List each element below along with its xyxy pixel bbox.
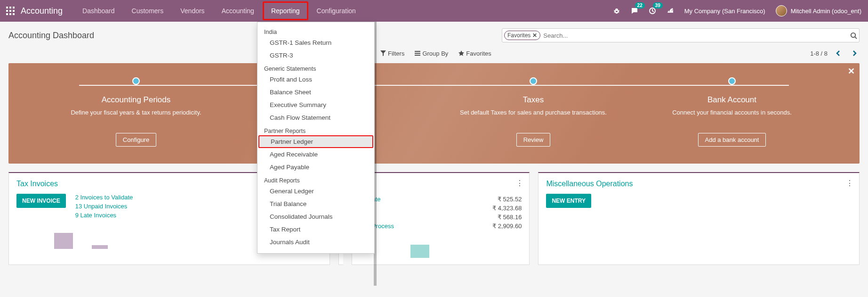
card-vendor-bills: ⋮ o Validate₹ 525.52 o Pay₹ 4,323.68 Bil… — [352, 172, 530, 265]
new-invoice-button[interactable]: NEW INVOICE — [16, 194, 66, 208]
search-input[interactable] — [543, 32, 850, 39]
control-bar-left: Filters Group By Favorites — [380, 50, 491, 57]
step-taxes: Taxes Set default Taxes for sales and pu… — [434, 77, 633, 147]
dd-aged-receivable[interactable]: Aged Receivable — [257, 148, 374, 161]
activities-badge: 39 — [653, 2, 663, 8]
group-by-label: Group By — [422, 50, 448, 57]
search-tag-favorites[interactable]: Favorites ✕ — [504, 31, 540, 40]
link-late-invoices[interactable]: 9 Late Invoices — [75, 212, 116, 219]
card-menu-icon[interactable]: ⋮ — [846, 179, 853, 188]
amount: ₹ 4,323.68 — [492, 205, 522, 212]
control-bar: Filters Group By Favorites 1-8 / 8 — [0, 46, 868, 63]
svg-rect-1 — [9, 7, 11, 8]
svg-rect-0 — [6, 7, 8, 8]
dd-consolidated-journals[interactable]: Consolidated Journals — [257, 210, 374, 223]
dd-trial-balance[interactable]: Trial Balance — [257, 198, 374, 210]
amount: ₹ 568.16 — [498, 214, 522, 221]
nav-reporting[interactable]: Reporting — [263, 1, 308, 20]
dd-balance-sheet[interactable]: Balance Sheet — [257, 86, 374, 99]
nav-right: 22 39 My Company (San Francisco) Mitchel… — [610, 4, 864, 17]
table-row: ses to Process₹ 2,909.60 — [354, 223, 522, 230]
dd-executive-summary[interactable]: Executive Summary — [257, 99, 374, 111]
dd-general-ledger[interactable]: General Ledger — [257, 185, 374, 198]
step-title: Bank Account — [642, 95, 822, 105]
step-bank-account: Bank Account Connect your financial acco… — [633, 77, 831, 147]
nav-accounting[interactable]: Accounting — [213, 1, 263, 20]
dd-tax-report[interactable]: Tax Report — [257, 223, 374, 236]
user-name: Mitchell Admin (odoo_ent) — [791, 8, 861, 15]
messages-badge: 22 — [635, 2, 645, 8]
new-entry-button[interactable]: NEW ENTRY — [546, 194, 591, 208]
onboarding-steps: Accounting Periods Define your fiscal ye… — [8, 63, 860, 147]
dd-journals-audit[interactable]: Journals Audit — [257, 236, 374, 248]
dd-gstr1[interactable]: GSTR-1 Sales Return — [257, 36, 374, 49]
avatar — [776, 5, 787, 16]
chart-bar — [410, 245, 429, 258]
amount: ₹ 525.52 — [498, 196, 522, 203]
user-menu[interactable]: Mitchell Admin (odoo_ent) — [773, 5, 864, 16]
search-tag-remove-icon[interactable]: ✕ — [532, 32, 537, 39]
card-title[interactable]: Miscellaneous Operations — [546, 180, 852, 188]
svg-rect-3 — [6, 10, 8, 12]
filters-button[interactable]: Filters — [380, 50, 404, 57]
filters-label: Filters — [388, 50, 404, 57]
search-tag-label: Favorites — [507, 32, 530, 39]
link-unpaid-invoices[interactable]: 13 Unpaid Invoices — [75, 203, 128, 210]
company-selector[interactable]: My Company (San Francisco) — [682, 8, 768, 15]
pager[interactable]: 1-8 / 8 — [810, 50, 828, 57]
card-misc-operations: ⋮ Miscellaneous Operations NEW ENTRY — [538, 172, 860, 265]
favorites-label: Favorites — [466, 50, 491, 57]
svg-rect-6 — [6, 13, 8, 15]
app-title[interactable]: Accounting — [21, 6, 63, 16]
step-title: Accounting Periods — [46, 95, 226, 105]
bug-icon[interactable] — [610, 4, 623, 17]
svg-point-10 — [851, 33, 855, 37]
favorites-button[interactable]: Favorites — [458, 50, 491, 57]
messages-icon[interactable]: 22 — [628, 4, 641, 17]
svg-rect-5 — [13, 10, 15, 12]
dd-profit-loss[interactable]: Profit and Loss — [257, 73, 374, 86]
nav-menu: Dashboard Customers Vendors Accounting R… — [74, 1, 364, 20]
link-invoices-to-validate[interactable]: 2 Invoices to Validate — [75, 194, 133, 201]
svg-rect-11 — [415, 51, 420, 52]
search-icon[interactable] — [850, 32, 857, 39]
nav-vendors[interactable]: Vendors — [172, 1, 213, 20]
pager-prev-icon[interactable] — [833, 48, 844, 58]
dd-section-india: India — [257, 25, 374, 36]
nav-dashboard[interactable]: Dashboard — [74, 1, 123, 20]
control-bar-right: 1-8 / 8 — [810, 48, 860, 58]
apps-icon[interactable] — [4, 4, 17, 17]
step-desc: Connect your financial accounts in secon… — [642, 108, 822, 126]
group-by-button[interactable]: Group By — [415, 50, 448, 57]
card-menu-icon[interactable]: ⋮ — [516, 179, 523, 188]
onboarding-banner: ✕ Accounting Periods Define your fiscal … — [8, 63, 860, 164]
search-bar[interactable]: Favorites ✕ — [502, 28, 860, 42]
dd-partner-ledger[interactable]: Partner Ledger — [258, 135, 373, 148]
step-desc: Set default Taxes for sales and purchase… — [443, 108, 623, 126]
svg-rect-12 — [415, 53, 420, 54]
page-title: Accounting Dashboard — [8, 31, 94, 41]
add-bank-account-button[interactable]: Add a bank account — [698, 133, 766, 147]
table-row: Bills₹ 568.16 — [354, 214, 522, 221]
dd-cash-flow[interactable]: Cash Flow Statement — [257, 111, 374, 124]
svg-rect-2 — [13, 7, 15, 8]
pager-next-icon[interactable] — [849, 48, 860, 58]
nav-configuration[interactable]: Configuration — [308, 1, 364, 20]
nav-customers[interactable]: Customers — [123, 1, 172, 20]
top-nav: Accounting Dashboard Customers Vendors A… — [0, 0, 868, 22]
review-button[interactable]: Review — [516, 133, 551, 147]
svg-rect-8 — [13, 13, 15, 15]
configure-button[interactable]: Configure — [116, 133, 156, 147]
step-dot — [728, 77, 736, 85]
reporting-dropdown: India GSTR-1 Sales Return GSTR-3 Generic… — [257, 22, 375, 254]
step-dot — [132, 77, 140, 85]
step-desc: Define your fiscal years & tax returns p… — [46, 108, 226, 126]
dashboard-cards: ⋮ Tax Invoices NEW INVOICE 2 Invoices to… — [0, 164, 868, 273]
activities-icon[interactable]: 39 — [646, 4, 659, 17]
settings-icon[interactable] — [664, 4, 677, 17]
dd-aged-payable[interactable]: Aged Payable — [257, 161, 374, 173]
dd-gstr3[interactable]: GSTR-3 — [257, 49, 374, 62]
table-row: o Validate₹ 525.52 — [354, 196, 522, 203]
chart-stub — [354, 239, 522, 258]
amount: ₹ 2,909.60 — [492, 223, 522, 230]
